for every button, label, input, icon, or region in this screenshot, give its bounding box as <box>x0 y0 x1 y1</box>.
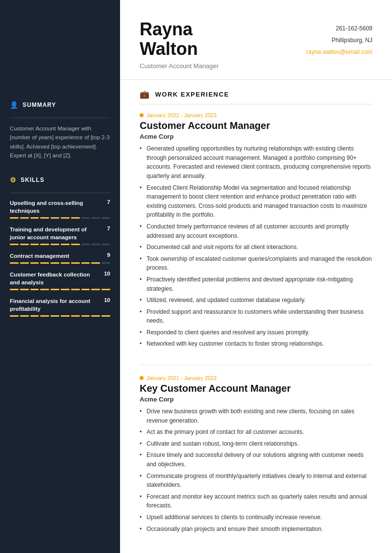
skill-score: 10 <box>104 297 110 303</box>
skill-dot-empty <box>91 244 100 245</box>
skill-name: Training and development of junior accou… <box>10 226 104 241</box>
skill-dot-empty <box>101 244 110 245</box>
skill-dot-filled <box>50 262 59 264</box>
skill-dot-filled <box>30 217 39 219</box>
briefcase-icon: 💼 <box>140 90 150 99</box>
work-bullet: Occasionally plan projects and ensure th… <box>140 525 372 534</box>
work-bullet: Documented call and visit reports for al… <box>140 243 372 252</box>
main-content: Rayna Walton Customer Account Manager 26… <box>120 0 392 553</box>
skill-bar <box>10 262 110 264</box>
work-bullet: Conducted timely performance reviews of … <box>140 222 372 240</box>
work-bullet: Communicate progress of monthly/quarterl… <box>140 472 372 490</box>
work-bullets: Drive new business growth with both exis… <box>140 407 372 533</box>
skill-dot-filled <box>50 217 59 219</box>
phone: 261-162-5609 <box>306 23 372 34</box>
work-company: Acme Corp <box>140 396 372 403</box>
skill-dot-filled <box>81 262 90 264</box>
summary-text: Customer Account Manager with [number of… <box>0 124 120 160</box>
skill-dot-filled <box>10 244 19 245</box>
skill-dot-filled <box>30 244 39 245</box>
skill-dot-empty <box>81 244 90 245</box>
full-name: Rayna Walton <box>140 20 219 58</box>
entry-divider <box>140 365 372 365</box>
work-bullet: Drive new business growth with both exis… <box>140 407 372 425</box>
skill-dot-filled <box>61 315 70 317</box>
work-date: January 2022 - January 2023 <box>140 112 372 118</box>
skill-item: Upselling and cross-selling techniques7 <box>10 199 110 219</box>
skill-dot-filled <box>10 262 19 264</box>
skill-dot-empty <box>91 217 100 219</box>
skills-divider <box>10 193 110 193</box>
skill-dot-filled <box>71 262 80 264</box>
work-bullet: Forecast and monitor key account metrics… <box>140 492 372 510</box>
skill-dot-filled <box>20 289 29 290</box>
skill-dot-filled <box>40 315 49 317</box>
skill-dot-filled <box>50 244 59 245</box>
skill-dot-filled <box>71 315 80 317</box>
skill-dot-filled <box>61 244 70 245</box>
contact-block: 261-162-5609 Phillipsburg, NJ rayna.walt… <box>306 20 372 58</box>
person-icon: 👤 <box>10 101 19 109</box>
skill-item: Contract management9 <box>10 252 110 264</box>
skill-dot-filled <box>81 289 90 290</box>
skill-name: Upselling and cross-selling techniques <box>10 199 104 215</box>
skill-dot-filled <box>71 217 80 219</box>
skill-name: Contract management <box>10 252 104 260</box>
work-bullet: Responded to client queries and resolved… <box>140 328 372 337</box>
skill-dot-empty <box>101 217 110 219</box>
work-bullets: Generated upselling opportunities by nur… <box>140 144 372 349</box>
skill-dot-filled <box>81 315 90 317</box>
skill-bar <box>10 289 110 290</box>
skill-dot-filled <box>40 289 49 290</box>
skill-name: Financial analysis for account profitabi… <box>10 297 104 313</box>
skills-section-header: ⚙ SKILLS <box>0 168 120 193</box>
skill-dot-filled <box>50 315 59 317</box>
work-bullet: Ensure timely and successful delivery of… <box>140 451 372 469</box>
skill-dot-filled <box>61 262 70 264</box>
skill-dot-filled <box>20 217 29 219</box>
summary-divider <box>10 118 110 118</box>
skill-dot-filled <box>30 315 39 317</box>
skill-dot-filled <box>50 289 59 290</box>
work-bullet: Networked with key customer contacts to … <box>140 339 372 349</box>
skill-dot-filled <box>40 244 49 245</box>
skill-dot-empty <box>81 217 90 219</box>
skill-dot-empty <box>101 262 110 264</box>
skill-dot-filled <box>40 262 49 264</box>
skill-score: 9 <box>104 252 110 258</box>
skills-icon: ⚙ <box>10 176 17 184</box>
skill-item: Financial analysis for account profitabi… <box>10 297 110 317</box>
skill-dot-filled <box>40 217 49 219</box>
work-entry: January 2021 - January 2022Key Customer … <box>120 375 392 548</box>
skill-bar <box>10 244 110 245</box>
work-bullet: Provided support and reassurance to cust… <box>140 307 372 326</box>
skill-item: Training and development of junior accou… <box>10 226 110 245</box>
name-block: Rayna Walton Customer Account Manager <box>140 20 219 70</box>
skill-dot-filled <box>10 289 19 290</box>
skill-name: Customer feedback collection and analysi… <box>10 271 104 286</box>
skill-score: 7 <box>104 226 110 231</box>
skill-dot-filled <box>61 289 70 290</box>
work-bullet: Act as the primary point of contact for … <box>140 427 372 437</box>
work-bullet: Executed Client Relationship Model via s… <box>140 183 372 220</box>
work-experience-title: 💼 WORK EXPERIENCE <box>120 80 392 104</box>
work-bullet: Utilized, reviewed, and updated customer… <box>140 296 372 305</box>
skill-dot-filled <box>91 315 100 317</box>
location: Phillipsburg, NJ <box>306 34 372 46</box>
work-bullet: Generated upselling opportunities by nur… <box>140 144 372 180</box>
skill-bar <box>10 315 110 317</box>
skill-item: Customer feedback collection and analysi… <box>10 271 110 290</box>
email: rayna.walton@email.com <box>306 46 372 58</box>
skill-bar <box>10 217 110 219</box>
skill-dot-filled <box>20 315 29 317</box>
skill-dot-filled <box>30 289 39 290</box>
skill-dot-filled <box>10 315 19 317</box>
work-entry: January 2022 - January 2023Customer Acco… <box>120 112 392 363</box>
skills-section-title: ⚙ SKILLS <box>10 176 110 184</box>
sidebar: 👤 SUMMARY Customer Account Manager with … <box>0 0 120 553</box>
skill-dot-filled <box>91 262 100 264</box>
skill-dot-filled <box>20 262 29 264</box>
work-bullet: Took ownership of escalated customer que… <box>140 254 372 273</box>
work-role: Key Customer Account Manager <box>140 383 372 394</box>
work-date: January 2021 - January 2022 <box>140 375 372 381</box>
